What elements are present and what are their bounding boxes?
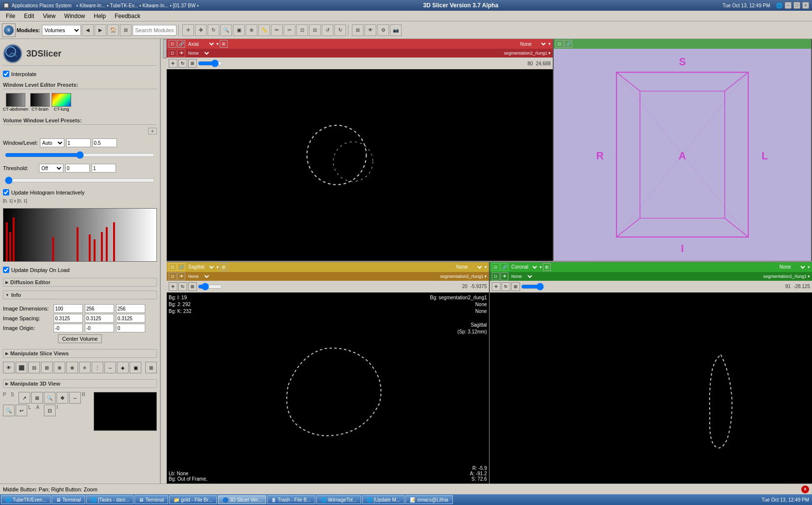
camera-btn[interactable]: 📷 xyxy=(390,24,402,36)
sag-layer-arrow[interactable]: ▾ xyxy=(484,265,487,270)
cor-eye-btn[interactable]: 👁 xyxy=(501,272,508,280)
sag-slice-slider[interactable] xyxy=(198,283,222,290)
cor-arrow[interactable]: ▾ xyxy=(540,265,542,270)
menu-edit[interactable]: Edit xyxy=(20,12,38,20)
coronal-canvas[interactable] xyxy=(490,292,812,484)
sag-btn-1[interactable]: ⊡ xyxy=(169,263,176,271)
image-orig-y[interactable] xyxy=(85,324,114,332)
preset-ct-abdomen[interactable]: CT-abdomen xyxy=(3,93,28,112)
threshold-slider[interactable] xyxy=(5,176,155,184)
image-sp-z[interactable] xyxy=(116,314,145,323)
cor-btn-1[interactable]: ⊡ xyxy=(492,263,500,271)
task-terminal-2[interactable]: 🖥 Terminal xyxy=(135,495,168,504)
vol-wl-btn[interactable]: ≡ xyxy=(148,128,157,135)
slice-btn-1[interactable]: 👁 xyxy=(3,362,15,373)
cut-btn[interactable]: ✂ xyxy=(284,24,295,36)
threshold-min-input[interactable] xyxy=(65,164,90,173)
cor-btn-2[interactable]: 🔗 xyxy=(501,263,508,271)
tb-btn-11[interactable]: ↺ xyxy=(322,24,333,36)
sag-fg-select[interactable]: None xyxy=(186,273,211,280)
preset-ct-brain[interactable]: CT-brain xyxy=(30,93,50,112)
preset-ct-lung[interactable]: CT-lung xyxy=(52,93,71,112)
axial-fit-btn[interactable]: ⊡ xyxy=(169,40,176,48)
window-btn[interactable]: ▣ xyxy=(233,24,245,36)
sag-arrow[interactable]: ▾ xyxy=(216,265,219,270)
slice-btn-7[interactable]: ≡ xyxy=(79,362,91,373)
slice-btn-2[interactable]: ⬛ xyxy=(16,362,27,373)
slice-btn-4[interactable]: ⊞ xyxy=(41,362,53,373)
ct-abdomen-img[interactable] xyxy=(6,93,25,107)
3d-btn-2[interactable]: ⊞ xyxy=(31,392,43,404)
task-trash[interactable]: 🗑 Trash - File B... xyxy=(267,495,315,504)
axial-eye-btn[interactable]: 👁 xyxy=(177,49,185,57)
threshold-select[interactable]: Off xyxy=(39,164,63,173)
cor-layer-arrow[interactable]: ▾ xyxy=(808,265,810,270)
maximize-button[interactable]: □ xyxy=(793,2,800,9)
level-value-input[interactable] xyxy=(93,138,117,147)
3d-btn-5[interactable]: ↔ xyxy=(69,392,81,404)
manipulate-3d-header[interactable]: ▶ Manipulate 3D View xyxy=(3,379,157,388)
axial-view-select[interactable]: Axial xyxy=(186,40,215,48)
task-gold[interactable]: 📁 gold - File Br... xyxy=(169,495,216,504)
info-section-header[interactable]: ▼ Info xyxy=(3,291,157,299)
search-input[interactable] xyxy=(133,25,176,36)
axial-link-btn[interactable]: 🔗 xyxy=(177,40,185,48)
update-display-checkbox[interactable] xyxy=(3,267,9,273)
visible-btn[interactable]: 👁 xyxy=(365,24,376,36)
axial-layer-select[interactable]: None xyxy=(518,40,547,48)
ct-brain-img[interactable] xyxy=(30,93,50,107)
prev-module-btn[interactable]: ◀ xyxy=(82,24,94,36)
sag-eye-btn[interactable]: 👁 xyxy=(177,272,185,280)
sag-seg-arrow[interactable]: ▾ xyxy=(484,274,487,279)
annotate-btn[interactable]: ✏ xyxy=(271,24,283,36)
next-module-btn[interactable]: ▶ xyxy=(95,24,106,36)
axial-seg-arrow[interactable]: ▾ xyxy=(548,51,551,56)
3d-canvas[interactable]: S I R L A xyxy=(554,49,811,261)
3d-header-btn-1[interactable]: ⊡ xyxy=(556,40,563,48)
3d-header-btn-2[interactable]: 🔗 xyxy=(564,40,572,48)
3d-btn-1[interactable]: ↗ xyxy=(19,392,30,404)
cor-orient-btn[interactable]: ↻ xyxy=(502,282,510,291)
task-slicer[interactable]: 🔵 3D Slicer Ver... xyxy=(218,495,266,504)
slice-expand-btn[interactable]: ⊞ xyxy=(145,362,157,373)
close-button[interactable]: × xyxy=(802,2,809,9)
axial-fit2-btn[interactable]: ⊞ xyxy=(188,59,197,68)
cor-fit-btn[interactable]: ⊞ xyxy=(511,282,520,291)
threshold-max-input[interactable] xyxy=(92,164,116,173)
image-dim-x[interactable] xyxy=(54,304,83,313)
status-error-btn[interactable]: × xyxy=(801,486,809,493)
menu-file[interactable]: File xyxy=(2,12,19,20)
axial-snap-btn[interactable]: ⊞ xyxy=(220,40,228,48)
tb-btn-12[interactable]: ↻ xyxy=(334,24,346,36)
crosshair-btn[interactable]: ✛ xyxy=(182,24,194,36)
interpolate-checkbox[interactable] xyxy=(3,71,9,77)
panel-collapse-handle[interactable] xyxy=(163,39,167,58)
3d-btn-6[interactable]: 🔍 xyxy=(3,405,15,416)
sag-orient-btn[interactable]: ↻ xyxy=(178,282,187,291)
manipulate-slice-header[interactable]: ▶ Manipulate Slice Views xyxy=(3,349,157,358)
sag-layer-btn-1[interactable]: ⊡ xyxy=(169,272,176,280)
slice-btn-8[interactable]: ⋮ xyxy=(92,362,103,373)
ct-lung-img[interactable] xyxy=(52,93,71,107)
zoom-btn[interactable]: 🔍 xyxy=(220,24,232,36)
move-btn[interactable]: ✥ xyxy=(195,24,207,36)
image-dim-z[interactable] xyxy=(116,304,145,313)
sagittal-view-select[interactable]: Sagittal xyxy=(186,263,215,271)
axial-fg-select[interactable]: None xyxy=(186,50,211,57)
axial-crosshair-btn[interactable]: ✛ xyxy=(169,59,177,68)
slice-btn-6[interactable]: ⊗ xyxy=(66,362,78,373)
settings-btn[interactable]: ⚙ xyxy=(377,24,389,36)
center-volume-button[interactable]: Center Volume xyxy=(58,334,102,343)
task-tubetk[interactable]: 🌐 TubeTK/Even... xyxy=(1,495,51,504)
window-slider[interactable] xyxy=(5,151,155,159)
cor-snap-btn[interactable]: ⊞ xyxy=(543,263,551,271)
sagittal-canvas[interactable]: Bg: I: 19Bg: J: 292Bg: K: 232 Bg: segmen… xyxy=(167,292,489,484)
menu-feedback[interactable]: Feedback xyxy=(111,12,144,20)
3d-btn-8[interactable]: ⊡ xyxy=(44,405,56,416)
cor-layer-btn[interactable]: ⊡ xyxy=(492,272,500,280)
menu-window[interactable]: Window xyxy=(60,12,89,20)
module-grid-btn[interactable]: ⊞ xyxy=(120,24,132,36)
axial-orient-btn[interactable]: ↻ xyxy=(178,59,187,68)
layout-btn[interactable]: ⊞ xyxy=(352,24,364,36)
rotate-btn[interactable]: ↻ xyxy=(208,24,219,36)
